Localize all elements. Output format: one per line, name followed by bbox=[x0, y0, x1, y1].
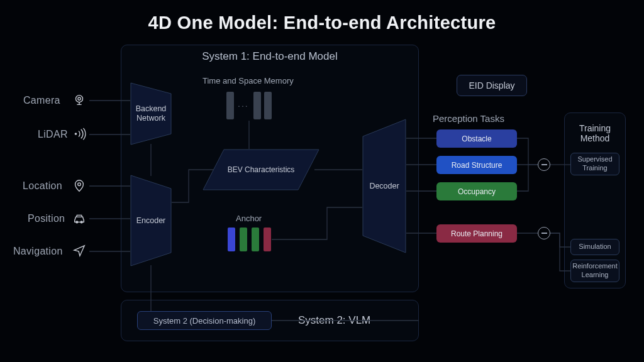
encoder-block: Encoder bbox=[130, 175, 172, 266]
eid-display: EID Display bbox=[457, 75, 527, 96]
memory-bar bbox=[226, 92, 234, 119]
training-rl: Reinforcement Learning bbox=[570, 260, 619, 282]
anchor-bar bbox=[228, 228, 235, 251]
system2-button: System 2 (Decision-making) bbox=[137, 311, 272, 330]
task-road-structure: Road Structure bbox=[436, 156, 517, 174]
task-occupancy: Occupancy bbox=[436, 182, 517, 200]
svg-point-2 bbox=[75, 133, 77, 135]
minus-icon bbox=[538, 158, 550, 171]
training-simulation: Simulation bbox=[570, 239, 619, 255]
backend-network-block: Backend Network bbox=[130, 82, 172, 145]
memory-label: Time and Space Memory bbox=[203, 76, 294, 85]
location-icon bbox=[72, 178, 86, 192]
memory-bar bbox=[253, 92, 261, 119]
anchor-label: Anchor bbox=[236, 214, 262, 223]
svg-point-3 bbox=[78, 183, 81, 186]
task-obstacle: Obstacle bbox=[436, 129, 517, 148]
page-title: 4D One Model: End-to-end Architecture bbox=[0, 13, 644, 33]
perception-tasks-label: Perception Tasks bbox=[433, 113, 504, 124]
minus-icon bbox=[538, 227, 550, 239]
input-navigation-label: Navigation bbox=[13, 246, 63, 257]
decoder-block: Decoder bbox=[362, 119, 406, 253]
task-route-planning: Route Planning bbox=[436, 224, 517, 243]
svg-point-1 bbox=[78, 97, 80, 100]
bev-block: BEV Characteristics bbox=[203, 149, 319, 190]
backend-network-label: Backend Network bbox=[130, 82, 172, 145]
bev-label: BEV Characteristics bbox=[203, 149, 319, 190]
anchor-bar bbox=[240, 228, 247, 251]
encoder-label: Encoder bbox=[130, 175, 172, 266]
input-lidar-label: LiDAR bbox=[38, 129, 68, 140]
training-supervised: Supervised Training bbox=[570, 153, 619, 175]
system2-title: System 2: VLM bbox=[298, 314, 370, 327]
camera-icon bbox=[72, 93, 86, 107]
svg-point-0 bbox=[76, 96, 83, 102]
decoder-label: Decoder bbox=[362, 119, 406, 253]
memory-ellipsis: ··· bbox=[238, 101, 249, 111]
anchor-bar bbox=[252, 228, 259, 251]
training-title: Training Method bbox=[565, 123, 625, 143]
memory-bar bbox=[264, 92, 272, 119]
input-position-label: Position bbox=[28, 213, 65, 224]
lidar-icon bbox=[72, 127, 86, 141]
navigation-icon bbox=[72, 244, 86, 258]
input-camera-label: Camera bbox=[23, 95, 60, 106]
anchor-bar bbox=[264, 228, 271, 251]
system1-title: System 1: End-to-end Model bbox=[121, 50, 418, 63]
input-location-label: Location bbox=[23, 180, 62, 192]
car-icon bbox=[72, 211, 86, 225]
